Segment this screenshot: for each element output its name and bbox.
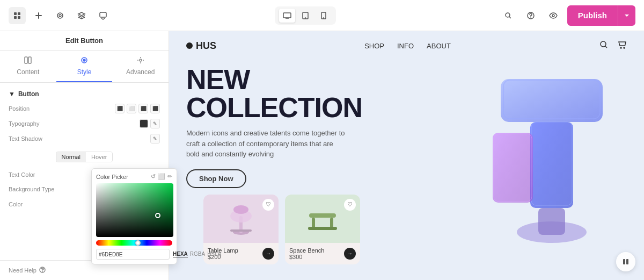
typography-controls: ✎	[140, 119, 160, 128]
shop-now-btn[interactable]: Shop Now	[186, 169, 246, 188]
hue-slider-container	[96, 240, 169, 246]
svg-rect-29	[309, 213, 336, 218]
gradient-cursor	[155, 213, 160, 218]
advanced-tab-label: Advanced	[126, 68, 155, 76]
position-controls: ⬛ ⬜ ⬛ ⬛	[115, 104, 160, 113]
svg-rect-41	[623, 259, 625, 264]
button-section-header[interactable]: ▼ Button	[9, 87, 160, 101]
svg-rect-3	[18, 16, 20, 19]
tab-advanced[interactable]: Advanced	[112, 51, 169, 82]
svg-rect-40	[538, 208, 565, 235]
svg-point-18	[83, 59, 85, 61]
section-title: Button	[18, 90, 39, 98]
publish-dropdown-btn[interactable]	[618, 5, 635, 26]
text-shadow-edit-btn[interactable]: ✎	[150, 134, 160, 143]
svg-rect-7	[283, 13, 291, 18]
tab-content[interactable]: Content	[0, 51, 56, 82]
nav-search-icon[interactable]	[599, 40, 609, 52]
logo-text: HUS	[196, 40, 216, 52]
hex-row: HEXA RGBA HSLA	[96, 249, 169, 260]
align-full-btn[interactable]: ⬛	[150, 104, 160, 113]
svg-rect-35	[530, 122, 573, 208]
hero-left: NEW COLLECTION Modern icons and creative…	[186, 60, 477, 264]
cp-clear-btn[interactable]: ⬜	[158, 173, 165, 180]
publish-button-group: Publish	[567, 5, 635, 26]
typography-color[interactable]	[140, 119, 148, 128]
bench-heart-btn[interactable]: ♡	[344, 199, 356, 211]
need-help-label: Need Help	[9, 267, 36, 274]
tablet-btn[interactable]	[297, 9, 313, 23]
svg-rect-33	[501, 79, 603, 122]
desktop-btn[interactable]	[279, 9, 295, 23]
comment-btn[interactable]	[94, 7, 112, 24]
color-picker-title: Color Picker	[96, 174, 128, 180]
content-tab-icon	[24, 56, 32, 67]
nav-shop[interactable]: SHOP	[364, 42, 384, 50]
typography-row: Typography ✎	[9, 116, 160, 131]
logo-dot	[186, 42, 193, 49]
color-gradient-picker[interactable]	[96, 183, 169, 237]
nav-cart-icon[interactable]	[617, 40, 627, 52]
cp-undo-btn[interactable]: ↺	[151, 173, 156, 180]
svg-rect-16	[28, 57, 31, 63]
mobile-btn[interactable]	[316, 9, 332, 23]
align-left-btn[interactable]: ⬛	[115, 104, 125, 113]
panel-content: ▼ Button Position ⬛ ⬜ ⬛ ⬛ Typography	[0, 83, 169, 260]
pause-btn[interactable]	[616, 252, 635, 271]
color-picker-header: Color Picker ↺ ⬜ ✏	[96, 173, 169, 180]
svg-rect-1	[14, 16, 17, 19]
section-arrow-icon: ▼	[9, 90, 15, 98]
hero-image	[477, 60, 627, 264]
bench-arrow-btn[interactable]: →	[344, 248, 356, 260]
bg-type-label: Background Type	[9, 186, 54, 192]
tab-style[interactable]: Style	[56, 51, 113, 82]
hero-layout: NEW COLLECTION Modern icons and creative…	[169, 60, 644, 264]
layers-btn[interactable]	[73, 7, 90, 24]
bench-name: Space Bench	[289, 247, 324, 254]
device-switcher	[275, 6, 336, 25]
toolbar-left	[9, 7, 112, 24]
toolbar-right: Publish	[500, 5, 635, 26]
left-panel: Edit Button Content Style	[0, 31, 169, 280]
text-color-label: Text Color	[9, 171, 35, 178]
svg-point-23	[624, 47, 625, 48]
svg-rect-6	[100, 12, 106, 17]
site-nav-links: SHOP INFO ABOUT	[364, 42, 451, 50]
cp-actions: ↺ ⬜ ✏	[151, 173, 169, 180]
typography-edit-btn[interactable]: ✎	[150, 119, 160, 128]
svg-rect-28	[230, 229, 252, 232]
svg-point-22	[620, 47, 621, 48]
style-tab-icon	[80, 56, 89, 67]
color-picker-popup: Color Picker ↺ ⬜ ✏	[91, 168, 169, 260]
nav-about[interactable]: ABOUT	[427, 42, 451, 50]
state-toggle-container: Normal Hover	[9, 149, 160, 164]
nav-info[interactable]: INFO	[397, 42, 414, 50]
hero-description: Modern icons and creative talents come t…	[186, 128, 347, 160]
hue-slider[interactable]	[96, 240, 169, 246]
lamp-arrow-btn[interactable]: →	[262, 248, 274, 260]
svg-rect-32	[308, 227, 337, 230]
eye-btn[interactable]	[545, 7, 562, 24]
align-right-btn[interactable]: ⬛	[138, 104, 148, 113]
svg-point-11	[324, 18, 324, 18]
normal-state-btn[interactable]: Normal	[56, 152, 86, 162]
site-nav: HUS SHOP INFO ABOUT	[169, 31, 644, 60]
hover-state-btn[interactable]: Hover	[86, 152, 112, 162]
cp-eyedrop-btn[interactable]: ✏	[167, 173, 169, 180]
button-section: ▼ Button Position ⬛ ⬜ ⬛ ⬛ Typography	[0, 83, 169, 260]
color-label: Color	[9, 201, 23, 207]
add-btn[interactable]	[30, 7, 47, 24]
main-layout: Edit Button Content Style	[0, 31, 644, 280]
help-btn[interactable]	[522, 7, 539, 24]
widget-btn[interactable]	[52, 7, 69, 24]
hex-input[interactable]	[96, 249, 169, 260]
svg-point-19	[140, 59, 142, 61]
svg-rect-37	[493, 133, 533, 203]
svg-rect-42	[626, 259, 628, 264]
lamp-heart-btn[interactable]: ♡	[262, 199, 274, 211]
svg-rect-2	[18, 12, 20, 15]
search-btn[interactable]	[500, 7, 517, 24]
publish-button[interactable]: Publish	[567, 5, 618, 26]
align-center-btn[interactable]: ⬜	[127, 104, 136, 113]
elementor-icon-btn[interactable]	[9, 7, 26, 24]
